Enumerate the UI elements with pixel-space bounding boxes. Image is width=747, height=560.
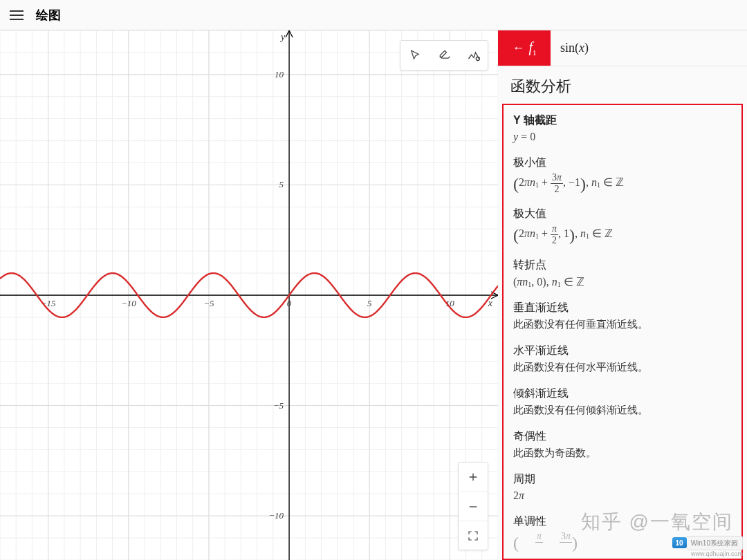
analysis-oblique-asymptote: 倾斜渐近线 此函数没有任何倾斜渐近线。 — [513, 386, 732, 417]
svg-text:10: 10 — [275, 69, 284, 80]
analysis-maxima: 极大值 (2πn1 + π2, 1), n1 ∈ ℤ — [513, 207, 732, 245]
menu-icon[interactable] — [10, 10, 24, 20]
analysis-value: (2πn1 + 3π2, −1), n1 ∈ ℤ — [513, 173, 732, 194]
zoom-controls — [458, 462, 488, 550]
svg-text:−10: −10 — [121, 298, 136, 308]
function-symbol: f1 — [528, 39, 536, 57]
analysis-label: 倾斜渐近线 — [513, 386, 732, 401]
analysis-value: y = 0 — [513, 131, 732, 143]
function-panel: ← f1 sin(x) 函数分析 Y 轴截距 y = 0 极小值 (2πn1 +… — [498, 30, 747, 560]
svg-text:−5: −5 — [203, 298, 214, 308]
function-chip[interactable]: ← f1 — [498, 30, 551, 66]
analysis-value: 此函数没有任何水平渐近线。 — [513, 361, 732, 374]
zoom-in-button[interactable] — [459, 463, 488, 492]
analysis-label: 极大值 — [513, 207, 732, 221]
analysis-label: 周期 — [513, 472, 732, 487]
analysis-value: (2πn1 + π2, 1), n1 ∈ ℤ — [513, 224, 732, 245]
analysis-label: Y 轴截距 — [513, 113, 732, 128]
analysis-vertical-asymptote: 垂直渐近线 此函数没有任何垂直渐近线。 — [513, 301, 732, 331]
zoom-fit-button[interactable] — [459, 521, 488, 550]
analysis-value: (πn1, 0), n1 ∈ ℤ — [513, 275, 732, 288]
pointer-tool-button[interactable] — [400, 41, 430, 70]
svg-text:5: 5 — [367, 298, 372, 308]
analysis-value: 2π — [513, 489, 732, 502]
analysis-minima: 极小值 (2πn1 + 3π2, −1), n1 ∈ ℤ — [513, 156, 732, 194]
analysis-value: 此函数没有任何垂直渐近线。 — [513, 318, 732, 331]
main-area: −15−10−50510−10−5510yx — [0, 30, 747, 560]
analysis-monotonicity: 单调性 ( π 3π ) — [513, 514, 732, 553]
analysis-value: ( π 3π ) — [513, 532, 732, 553]
graph-toolbar — [400, 40, 488, 71]
share-button[interactable] — [430, 41, 459, 70]
analysis-label: 垂直渐近线 — [513, 301, 732, 315]
analysis-label: 转折点 — [513, 258, 732, 272]
svg-text:−10: −10 — [268, 510, 284, 521]
analysis-title: 函数分析 — [498, 66, 747, 104]
analysis-horizontal-asymptote: 水平渐近线 此函数没有任何水平渐近线。 — [513, 344, 732, 374]
svg-text:0: 0 — [287, 298, 292, 308]
analysis-label: 水平渐近线 — [513, 344, 732, 358]
analysis-period: 周期 2π — [513, 472, 732, 502]
analysis-y-intercept: Y 轴截距 y = 0 — [513, 113, 732, 143]
svg-text:5: 5 — [279, 179, 284, 189]
analysis-box: Y 轴截距 y = 0 极小值 (2πn1 + 3π2, −1), n1 ∈ ℤ… — [502, 104, 743, 560]
function-expression[interactable]: sin(x) — [551, 30, 747, 66]
analysis-value: 此函数为奇函数。 — [513, 447, 732, 460]
function-header: ← f1 sin(x) — [498, 30, 747, 66]
svg-text:−5: −5 — [273, 400, 284, 411]
analysis-inflection: 转折点 (πn1, 0), n1 ∈ ℤ — [513, 258, 732, 288]
analysis-parity: 奇偶性 此函数为奇函数。 — [513, 429, 732, 460]
app-title: 绘图 — [36, 7, 61, 24]
analysis-label: 单调性 — [513, 514, 732, 529]
zoom-out-button[interactable] — [459, 492, 488, 521]
back-arrow-icon: ← — [512, 41, 524, 55]
graph-settings-button[interactable] — [459, 41, 488, 70]
graph-canvas[interactable]: −15−10−50510−10−5510yx — [0, 30, 498, 560]
analysis-label: 奇偶性 — [513, 429, 732, 444]
analysis-label: 极小值 — [513, 156, 732, 170]
title-bar: 绘图 — [0, 0, 747, 30]
svg-text:y: y — [279, 32, 286, 42]
analysis-value: 此函数没有任何倾斜渐近线。 — [513, 404, 732, 417]
